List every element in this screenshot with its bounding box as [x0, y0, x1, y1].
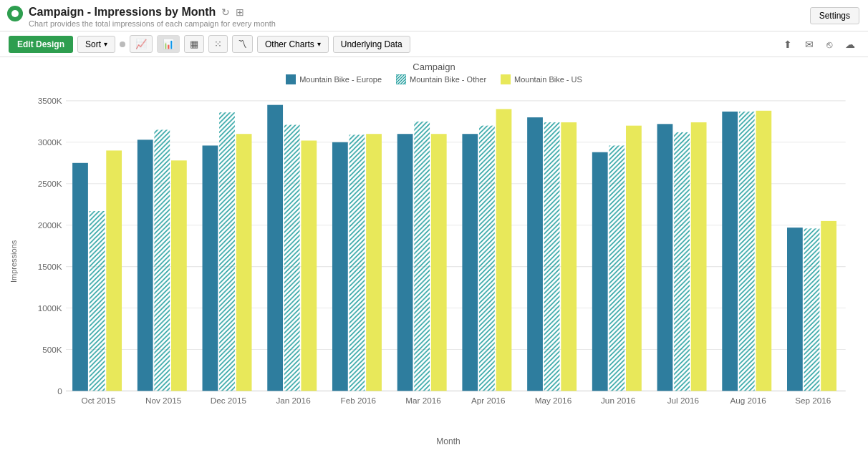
other-charts-chevron-icon: ▾	[317, 40, 321, 48]
svg-rect-60	[722, 112, 738, 391]
svg-text:Dec 2015: Dec 2015	[211, 396, 247, 405]
edit-design-button[interactable]: Edit Design	[9, 36, 73, 53]
x-axis-title: Month	[36, 436, 861, 446]
svg-text:Mar 2016: Mar 2016	[405, 396, 441, 405]
svg-rect-25	[154, 129, 170, 391]
other-charts-button[interactable]: Other Charts ▾	[257, 36, 329, 53]
svg-text:Jan 2016: Jan 2016	[276, 396, 311, 405]
svg-rect-41	[414, 122, 430, 391]
settings-button[interactable]: Settings	[810, 7, 859, 24]
svg-rect-52	[592, 152, 608, 391]
line-chart-button[interactable]: 📈	[130, 35, 153, 53]
svg-text:Nov 2015: Nov 2015	[145, 396, 182, 405]
svg-rect-57	[674, 132, 690, 391]
svg-text:Apr 2016: Apr 2016	[471, 396, 506, 405]
svg-rect-48	[527, 117, 543, 391]
legend-us-label: Mountain Bike - US	[514, 75, 582, 84]
svg-text:1500K: 1500K	[38, 262, 62, 271]
sort-button[interactable]: Sort ▾	[77, 36, 115, 53]
email-button[interactable]: ✉	[801, 36, 818, 53]
svg-rect-46	[496, 109, 512, 391]
column-chart-button[interactable]: ▦	[184, 35, 204, 53]
svg-text:Jul 2016: Jul 2016	[667, 396, 700, 405]
y-axis-label: Impressions	[7, 87, 20, 435]
title-block: Campaign - Impressions by Month ↻ ⊞ Char…	[29, 6, 810, 28]
refresh-icon[interactable]: ↻	[221, 6, 230, 18]
area-chart-button[interactable]: 〽	[232, 35, 253, 53]
svg-text:1000K: 1000K	[38, 303, 62, 313]
legend-europe-icon	[286, 74, 296, 84]
svg-rect-28	[203, 145, 218, 391]
svg-rect-45	[479, 126, 495, 391]
svg-rect-50	[561, 122, 577, 391]
svg-rect-33	[284, 124, 300, 391]
svg-rect-36	[332, 142, 348, 391]
chart-area: Campaign Mountain Bike - Europe Mountain…	[0, 57, 868, 449]
svg-rect-58	[691, 122, 707, 391]
scatter-chart-button[interactable]: ⁙	[208, 35, 228, 53]
svg-rect-38	[366, 134, 382, 391]
legend-item-other: Mountain Bike - Other	[396, 74, 486, 84]
chart-svg: 0500K1000K1500K2000K2500K3000K3500KOct 2…	[20, 87, 861, 435]
svg-rect-29	[219, 112, 235, 391]
legend-area: Campaign Mountain Bike - Europe Mountain…	[7, 62, 861, 84]
svg-rect-44	[462, 134, 478, 391]
svg-rect-61	[739, 112, 755, 391]
svg-text:0: 0	[57, 386, 62, 396]
svg-rect-2	[501, 74, 511, 84]
toolbar: Edit Design Sort ▾ 📈 📊 ▦ ⁙ 〽 Other Chart…	[0, 31, 868, 57]
sort-label: Sort	[85, 39, 101, 49]
svg-rect-37	[349, 134, 365, 391]
svg-rect-54	[626, 126, 642, 391]
share-button[interactable]: ⎋	[822, 36, 836, 53]
svg-rect-53	[609, 145, 625, 391]
bar-chart-button[interactable]: 📊	[157, 35, 180, 53]
legend-items: Mountain Bike - Europe Mountain Bike - O…	[286, 74, 582, 84]
svg-rect-34	[301, 140, 317, 391]
grid-icon[interactable]: ⊞	[236, 6, 244, 18]
header: Campaign - Impressions by Month ↻ ⊞ Char…	[0, 0, 868, 31]
svg-text:Feb 2016: Feb 2016	[340, 396, 376, 405]
legend-europe-label: Mountain Bike - Europe	[299, 75, 382, 84]
svg-rect-65	[804, 228, 820, 391]
svg-text:Sep 2016: Sep 2016	[795, 396, 831, 405]
export-button[interactable]: ⬆	[779, 36, 796, 53]
svg-text:500K: 500K	[42, 345, 62, 354]
chart-wrapper: Impressions 0500K1000K1500K2000K2500K300…	[7, 87, 861, 435]
svg-rect-62	[756, 111, 771, 391]
svg-rect-21	[90, 211, 105, 391]
svg-text:2000K: 2000K	[38, 220, 62, 230]
legend-item-us: Mountain Bike - US	[501, 74, 582, 84]
svg-rect-0	[286, 74, 296, 84]
svg-text:Aug 2016: Aug 2016	[730, 396, 766, 405]
other-charts-label: Other Charts	[265, 39, 314, 49]
legend-item-europe: Mountain Bike - Europe	[286, 74, 382, 84]
svg-text:2500K: 2500K	[38, 179, 62, 188]
svg-rect-22	[106, 150, 122, 391]
svg-rect-32	[267, 105, 283, 391]
underlying-data-button[interactable]: Underlying Data	[333, 36, 410, 53]
legend-other-label: Mountain Bike - Other	[410, 75, 486, 84]
svg-rect-1	[396, 74, 406, 84]
svg-rect-30	[236, 134, 252, 391]
svg-text:3500K: 3500K	[38, 96, 62, 105]
upload-button[interactable]: ☁	[841, 36, 859, 53]
svg-text:3000K: 3000K	[38, 137, 62, 147]
legend-us-icon	[501, 74, 511, 84]
subtitle: Chart provides the total impressions of …	[29, 19, 810, 28]
svg-rect-49	[544, 122, 560, 391]
legend-title: Campaign	[413, 62, 455, 72]
svg-text:May 2016: May 2016	[535, 396, 572, 405]
svg-rect-56	[657, 124, 673, 391]
svg-rect-66	[821, 221, 836, 391]
legend-other-icon	[396, 74, 406, 84]
divider-dot	[120, 41, 125, 47]
page-title: Campaign - Impressions by Month	[29, 6, 216, 19]
svg-rect-64	[787, 228, 803, 391]
svg-rect-20	[72, 163, 88, 391]
chart-inner: 0500K1000K1500K2000K2500K3000K3500KOct 2…	[20, 87, 861, 435]
logo	[7, 6, 23, 21]
svg-rect-26	[171, 160, 187, 391]
sort-chevron-icon: ▾	[104, 40, 107, 48]
svg-rect-42	[431, 134, 447, 391]
